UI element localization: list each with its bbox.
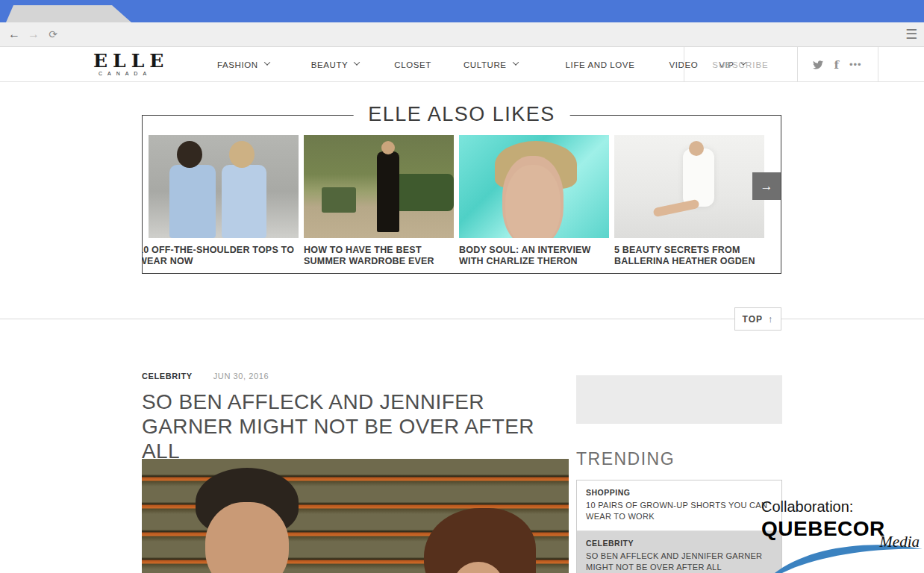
- nav-item-beauty[interactable]: BEAUTY: [311, 60, 360, 69]
- quebecor-media-text: Media: [879, 533, 920, 551]
- slide-image-ballerina[interactable]: [614, 135, 764, 238]
- trending-item-category: CELEBRITY: [586, 539, 772, 548]
- article-hero-image: [142, 459, 569, 573]
- trending-item-category: SHOPPING: [586, 488, 772, 497]
- carousel-slide[interactable]: HOW TO HAVE THE BEST SUMMER WARDROBE EVE…: [304, 135, 454, 268]
- nav-item-fashion[interactable]: FASHION: [217, 60, 269, 69]
- slide-caption[interactable]: 5 BEAUTY SECRETS FROM BALLERINA HEATHER …: [614, 245, 764, 268]
- article-date: JUN 30, 2016: [213, 372, 269, 381]
- section-divider-line: [0, 319, 924, 319]
- browser-menu-icon[interactable]: ☰: [903, 26, 920, 43]
- carousel-next-button[interactable]: →: [752, 172, 781, 200]
- nav-item-closet[interactable]: CLOSET: [394, 60, 431, 69]
- header-divider: [878, 47, 878, 82]
- browser-tab[interactable]: [6, 5, 131, 22]
- main-nav: FASHION BEAUTY CLOSET CULTURE LIFE AND L…: [217, 47, 746, 82]
- browser-titlebar: [0, 0, 924, 22]
- collaboration-watermark: Collaboration: QUEBECOR Media: [761, 498, 924, 541]
- slide-caption[interactable]: 10 OFF-THE-SHOULDER TOPS TO WEAR NOW: [143, 245, 298, 268]
- nav-label: CLOSET: [394, 60, 431, 69]
- slide-caption[interactable]: BODY SOUL: AN INTERVIEW WITH CHARLIZE TH…: [459, 245, 609, 268]
- arrow-up-icon: ↑: [768, 313, 774, 325]
- more-icon[interactable]: •••: [849, 59, 862, 70]
- trending-list: SHOPPING 10 PAIRS OF GROWN-UP SHORTS YOU…: [576, 480, 782, 573]
- subscribe-button[interactable]: SUBSCRIBE: [684, 47, 797, 82]
- browser-toolbar: ← → ⟳ ★ ☰: [0, 22, 924, 47]
- twitter-icon[interactable]: [813, 60, 823, 69]
- nav-label: FASHION: [217, 60, 258, 69]
- article-title: SO BEN AFFLECK AND JENNIFER GARNER MIGHT…: [142, 390, 569, 463]
- slide-caption[interactable]: HOW TO HAVE THE BEST SUMMER WARDROBE EVE…: [304, 245, 454, 268]
- back-icon[interactable]: ←: [6, 26, 22, 43]
- trending-item-title: 10 PAIRS OF GROWN-UP SHORTS YOU CAN WEAR…: [586, 500, 772, 522]
- logo-sub-text: CANADA: [88, 71, 157, 76]
- carousel-slide[interactable]: 5 BEAUTY SECRETS FROM BALLERINA HEATHER …: [614, 135, 764, 268]
- site-header: ELLE CANADA FASHION BEAUTY CLOSET CULTUR…: [0, 47, 924, 82]
- chevron-down-icon: [512, 59, 518, 65]
- carousel-slide[interactable]: BODY SOUL: AN INTERVIEW WITH CHARLIZE TH…: [459, 135, 609, 268]
- forward-icon[interactable]: →: [25, 26, 42, 43]
- trending-item-celebrity[interactable]: CELEBRITY SO BEN AFFLECK AND JENNIFER GA…: [577, 531, 781, 573]
- slide-image-summer-wardrobe[interactable]: [304, 135, 454, 238]
- trending-item-title: SO BEN AFFLECK AND JENNIFER GARNER MIGHT…: [586, 551, 772, 573]
- reload-icon[interactable]: ⟳: [45, 26, 61, 43]
- nav-label: CULTURE: [463, 60, 507, 69]
- logo-main-text: ELLE: [88, 51, 157, 70]
- elle-also-likes-module: 10 OFF-THE-SHOULDER TOPS TO WEAR NOW HOW…: [142, 115, 781, 274]
- facebook-icon[interactable]: f: [834, 58, 838, 72]
- chevron-down-icon: [263, 59, 269, 65]
- nav-item-culture[interactable]: CULTURE: [463, 60, 518, 69]
- also-likes-title: ELLE ALSO LIKES: [353, 103, 570, 126]
- article-category-link[interactable]: CELEBRITY: [142, 372, 193, 381]
- slide-image-charlize-theron[interactable]: [459, 135, 609, 238]
- top-label: TOP: [743, 314, 763, 325]
- carousel-slide[interactable]: 10 OFF-THE-SHOULDER TOPS TO WEAR NOW: [149, 135, 299, 268]
- carousel-track: 10 OFF-THE-SHOULDER TOPS TO WEAR NOW HOW…: [149, 135, 764, 268]
- nav-item-life-and-love[interactable]: LIFE AND LOVE: [566, 60, 635, 69]
- screen: ← → ⟳ ★ ☰ ELLE CANADA FASHION BEAUTY CLO…: [0, 0, 924, 573]
- carousel-viewport: 10 OFF-THE-SHOULDER TOPS TO WEAR NOW HOW…: [143, 116, 781, 273]
- elle-canada-logo[interactable]: ELLE CANADA: [88, 51, 157, 76]
- slide-image-street-style[interactable]: [149, 135, 299, 238]
- watermark-label: Collaboration:: [761, 498, 924, 516]
- social-links: f •••: [797, 47, 878, 82]
- article-meta: CELEBRITY JUN 30, 2016: [142, 372, 569, 381]
- ad-placeholder: [576, 375, 782, 424]
- chevron-down-icon: [354, 59, 360, 65]
- nav-label: BEAUTY: [311, 60, 349, 69]
- back-to-top-button[interactable]: TOP ↑: [734, 307, 781, 331]
- trending-title: TRENDING: [576, 449, 675, 469]
- trending-item-shopping[interactable]: SHOPPING 10 PAIRS OF GROWN-UP SHORTS YOU…: [577, 480, 781, 531]
- nav-label: LIFE AND LOVE: [566, 60, 635, 69]
